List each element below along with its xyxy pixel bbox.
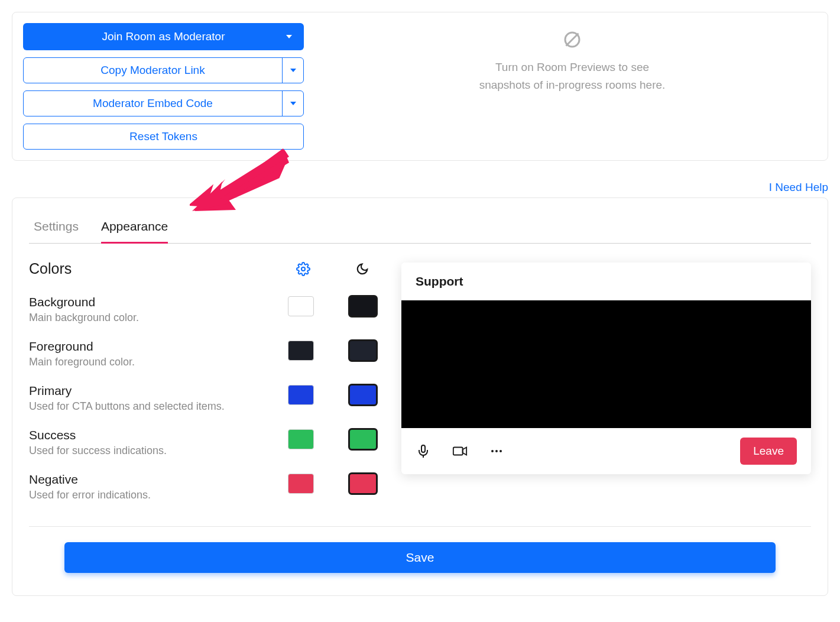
color-swatches (288, 472, 378, 495)
color-row: Success Used for success indications. (29, 428, 378, 457)
top-card: Join Room as Moderator Copy Moderator Li… (12, 12, 828, 161)
color-name: Foreground (29, 339, 288, 354)
swatch-light[interactable] (288, 385, 314, 405)
reset-tokens-button[interactable]: Reset Tokens (23, 124, 304, 150)
svg-point-9 (491, 450, 494, 452)
help-link[interactable]: I Need Help (769, 181, 828, 194)
swatch-dark[interactable] (348, 295, 378, 318)
leave-button[interactable]: Leave (740, 438, 797, 465)
color-desc: Used for CTA buttons and selected items. (29, 400, 288, 413)
appearance-card: Settings Appearance Colors (12, 197, 828, 596)
color-row: Background Main background color. (29, 295, 378, 324)
copy-link-label: Copy Moderator Link (24, 58, 282, 83)
color-swatches (288, 428, 378, 451)
color-row: Negative Used for error indications. (29, 472, 378, 501)
embed-code-button[interactable]: Moderator Embed Code (23, 90, 304, 116)
caret-down-icon (290, 69, 296, 72)
copy-link-caret[interactable] (282, 58, 303, 83)
color-name: Success (29, 428, 288, 442)
save-button[interactable]: Save (64, 542, 776, 573)
join-room-label: Join Room as Moderator (102, 30, 225, 43)
color-swatches (288, 339, 378, 362)
color-info: Success Used for success indications. (29, 428, 288, 457)
swatch-light[interactable] (288, 429, 314, 449)
color-row: Primary Used for CTA buttons and selecte… (29, 384, 378, 413)
help-row: I Need Help (12, 181, 828, 194)
swatch-dark[interactable] (348, 428, 378, 451)
leave-label: Leave (753, 445, 784, 457)
swatch-light[interactable] (288, 296, 314, 316)
color-desc: Main foreground color. (29, 356, 288, 368)
swatch-dark[interactable] (348, 384, 378, 406)
join-room-button[interactable]: Join Room as Moderator (23, 23, 304, 50)
colors-header: Colors (29, 260, 378, 277)
embed-code-label: Moderator Embed Code (24, 91, 282, 116)
color-info: Background Main background color. (29, 295, 288, 324)
empty-text-line2: snapshots of in-progress rooms here. (479, 76, 666, 94)
preview-title: Support (401, 263, 811, 300)
preview-column: Support (401, 260, 811, 517)
reset-tokens-label: Reset Tokens (129, 130, 197, 143)
caret-down-icon (286, 35, 292, 38)
tabs: Settings Appearance (29, 217, 811, 244)
preview-video (401, 300, 811, 428)
caret-down-icon (290, 102, 296, 105)
swatch-light[interactable] (288, 474, 314, 494)
svg-point-10 (495, 450, 498, 452)
svg-rect-7 (453, 448, 463, 455)
swatch-light[interactable] (288, 341, 314, 361)
camera-icon[interactable] (452, 443, 468, 459)
colors-column: Colors Backgroun (29, 260, 378, 517)
gear-icon[interactable] (296, 262, 310, 276)
swatch-dark[interactable] (348, 472, 378, 495)
color-name: Background (29, 295, 288, 309)
microphone-icon[interactable] (416, 443, 431, 459)
color-info: Foreground Main foreground color. (29, 339, 288, 368)
color-swatches (288, 384, 378, 406)
color-name: Negative (29, 472, 288, 487)
moon-icon[interactable] (355, 262, 369, 276)
save-label: Save (406, 550, 434, 564)
colors-title: Colors (29, 260, 296, 277)
color-row: Foreground Main foreground color. (29, 339, 378, 368)
svg-rect-5 (421, 445, 425, 452)
more-icon[interactable] (489, 443, 504, 459)
color-desc: Main background color. (29, 312, 288, 324)
swatch-dark[interactable] (348, 339, 378, 362)
tab-appearance[interactable]: Appearance (101, 217, 168, 244)
moderator-actions: Join Room as Moderator Copy Moderator Li… (23, 23, 304, 150)
color-name: Primary (29, 384, 288, 398)
preview-toolbar: Leave (401, 428, 811, 474)
divider (29, 526, 811, 527)
empty-text-line1: Turn on Room Previews to see (495, 59, 649, 76)
svg-marker-8 (463, 448, 467, 455)
room-preview-empty: Turn on Room Previews to see snapshots o… (327, 23, 817, 150)
appearance-content: Colors Backgroun (29, 244, 811, 517)
color-swatches (288, 295, 378, 318)
tab-settings[interactable]: Settings (34, 217, 79, 243)
color-info: Negative Used for error indications. (29, 472, 288, 501)
preview-box: Support (401, 263, 811, 474)
empty-set-icon (562, 29, 583, 53)
color-info: Primary Used for CTA buttons and selecte… (29, 384, 288, 413)
color-desc: Used for success indications. (29, 445, 288, 457)
svg-line-1 (566, 34, 579, 46)
embed-code-caret[interactable] (282, 91, 303, 116)
mode-icons (296, 262, 378, 276)
svg-point-4 (301, 267, 305, 271)
color-desc: Used for error indications. (29, 489, 288, 501)
copy-link-button[interactable]: Copy Moderator Link (23, 57, 304, 83)
svg-point-11 (500, 450, 502, 452)
